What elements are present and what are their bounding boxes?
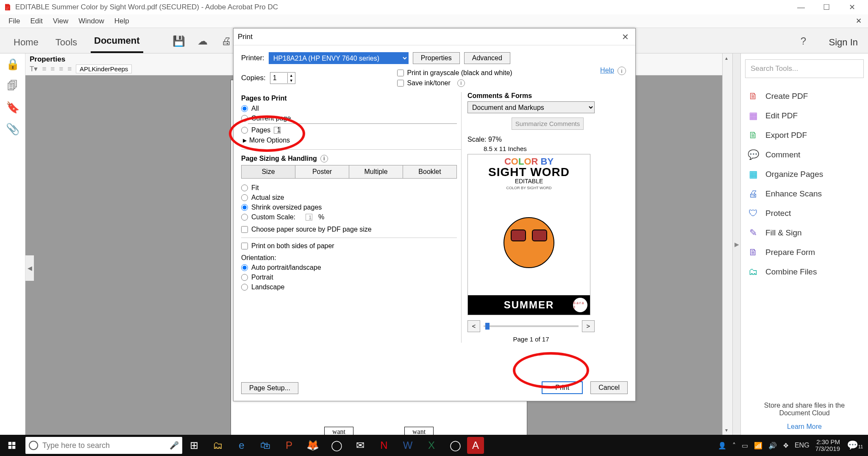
mic-icon[interactable]: 🎤 [170, 441, 179, 450]
save-ink-checkbox[interactable]: Save ink/toneri [397, 79, 512, 87]
text-tool-icon[interactable]: T▾ [30, 64, 38, 73]
right-panel-collapse[interactable]: ▶ [732, 53, 741, 435]
tab-home[interactable]: Home [10, 31, 42, 53]
vertical-scrollbar[interactable] [722, 53, 732, 435]
tab-tools[interactable]: Tools [52, 31, 81, 53]
sign-in-link[interactable]: Sign In [829, 37, 858, 48]
chrome-icon[interactable]: ◯ [325, 435, 348, 456]
page-setup-button[interactable]: Page Setup... [241, 382, 298, 394]
close-window-button[interactable]: ✕ [839, 0, 865, 14]
copies-up[interactable]: ▲ [287, 73, 295, 78]
printer-properties-button[interactable]: Properties [413, 52, 460, 64]
tool-export-pdf[interactable]: 🗎Export PDF [745, 126, 864, 144]
radio-fit[interactable]: Fit [241, 184, 457, 192]
radio-actual[interactable]: Actual size [241, 194, 457, 201]
align-right-icon[interactable]: ≡ [59, 65, 63, 73]
dialog-close-button[interactable]: ✕ [619, 32, 631, 42]
tool-edit-pdf[interactable]: ▦Edit PDF [745, 107, 864, 125]
maximize-button[interactable]: ☐ [814, 0, 839, 14]
tab-multiple[interactable]: Multiple [349, 165, 403, 179]
tray-chevron-up-icon[interactable]: ˄ [732, 442, 736, 450]
copies-stepper[interactable]: ▲▼ [270, 72, 295, 84]
learn-more-link[interactable]: Learn More [745, 423, 864, 431]
custom-scale-input[interactable] [306, 214, 312, 221]
preview-prev-button[interactable]: < [467, 320, 480, 332]
file-explorer-icon[interactable]: 🗂 [206, 435, 230, 456]
task-view-icon[interactable]: ⊞ [182, 435, 206, 456]
tab-booklet[interactable]: Booklet [403, 165, 457, 179]
language-indicator[interactable]: ENG [795, 442, 810, 449]
comments-forms-select[interactable]: Document and Markups [467, 101, 595, 113]
radio-portrait[interactable]: Portrait [241, 274, 457, 281]
align-center-icon[interactable]: ≡ [50, 65, 55, 73]
radio-shrink[interactable]: Shrink oversized pages [241, 204, 457, 211]
word-icon[interactable]: W [396, 435, 420, 456]
copies-down[interactable]: ▼ [287, 78, 295, 83]
store-icon[interactable]: 🛍 [253, 435, 277, 456]
minimize-button[interactable]: — [788, 0, 814, 14]
tool-prepare-form[interactable]: 🗎Prepare Form [745, 243, 864, 261]
help-link[interactable]: Help [600, 67, 614, 74]
radio-auto-orientation[interactable]: Auto portrait/landscape [241, 264, 457, 271]
printer-select[interactable]: HP18A21A (HP ENVY 7640 series) [269, 52, 409, 64]
print-icon[interactable]: 🖨 [220, 34, 233, 48]
summarize-comments-button[interactable]: Summarize Comments [512, 117, 584, 130]
volume-icon[interactable]: 🔊 [768, 442, 777, 450]
more-options-disclosure[interactable]: ▶More Options [243, 137, 457, 144]
printer-advanced-button[interactable]: Advanced [464, 52, 510, 64]
align-left-icon[interactable]: ≡ [42, 65, 46, 73]
edge-icon[interactable]: e [230, 435, 253, 456]
menu-edit[interactable]: Edit [25, 15, 47, 27]
both-sides-checkbox[interactable]: Print on both sides of paper [241, 242, 457, 250]
align-justify-icon[interactable]: ≡ [67, 65, 72, 73]
radio-all[interactable]: All [241, 105, 457, 112]
help-icon[interactable]: ? [797, 34, 810, 48]
action-center-icon[interactable]: 💬11 [846, 440, 864, 451]
tool-comment[interactable]: 💬Comment [745, 146, 864, 164]
radio-landscape[interactable]: Landscape [241, 283, 457, 291]
tool-organize-pages[interactable]: ▦Organize Pages [745, 165, 864, 183]
start-button[interactable] [0, 435, 24, 456]
lock-icon[interactable]: 🔒 [6, 58, 19, 71]
tool-combine-files[interactable]: 🗂Combine Files [745, 263, 864, 281]
radio-current[interactable]: Current page [241, 115, 457, 122]
excel-icon[interactable]: X [420, 435, 443, 456]
menu-window[interactable]: Window [73, 15, 109, 27]
help-info-icon[interactable]: i [618, 67, 626, 75]
cancel-button[interactable]: Cancel [590, 381, 628, 394]
taskbar-search[interactable]: 🎤 [25, 437, 182, 454]
tool-enhance-scans[interactable]: 🖨Enhance Scans [745, 185, 864, 203]
save-ink-info-icon[interactable]: i [457, 79, 465, 87]
cloud-upload-icon[interactable]: ☁ [196, 34, 209, 48]
tab-size[interactable]: Size [241, 165, 295, 179]
pages-thumb-icon[interactable]: 🗐 [7, 79, 18, 92]
sizing-info-icon[interactable]: i [320, 155, 328, 162]
grayscale-checkbox[interactable]: Print in grayscale (black and white) [397, 69, 512, 77]
preview-slider[interactable] [484, 325, 579, 327]
search-tools-input[interactable]: Search Tools... [745, 59, 864, 78]
dropbox-icon[interactable]: ❖ [783, 442, 789, 450]
tab-poster[interactable]: Poster [295, 165, 349, 179]
taskbar-clock[interactable]: 2:30 PM 7/3/2019 [815, 439, 840, 453]
choose-paper-checkbox[interactable]: Choose paper source by PDF page size [241, 226, 457, 233]
radio-pages[interactable]: Pages [241, 126, 457, 134]
pages-range-input[interactable] [274, 127, 281, 134]
powerpoint-icon[interactable]: P [277, 435, 301, 456]
tool-create-pdf[interactable]: 🗎Create PDF [745, 87, 864, 105]
firefox-icon[interactable]: 🦊 [301, 435, 325, 456]
battery-icon[interactable]: ▭ [742, 442, 748, 450]
prev-page-arrow[interactable]: ◀ [25, 255, 34, 281]
acrobat-task-icon[interactable]: A [467, 437, 484, 454]
tool-protect[interactable]: 🛡Protect [745, 204, 864, 222]
wifi-icon[interactable]: 📶 [754, 442, 762, 450]
menu-view[interactable]: View [48, 15, 74, 27]
tool-fill-sign[interactable]: ✎Fill & Sign [745, 224, 864, 242]
bookmark-icon[interactable]: 🔖 [6, 101, 19, 114]
close-document-button[interactable]: ✕ [853, 17, 865, 25]
menu-help[interactable]: Help [109, 15, 134, 27]
netflix-icon[interactable]: N [372, 435, 396, 456]
chrome2-icon[interactable]: ◯ [443, 435, 467, 456]
save-icon[interactable]: 💾 [172, 34, 186, 48]
font-name-chip[interactable]: APLKinderPeeps [76, 64, 132, 73]
preview-next-button[interactable]: > [582, 320, 595, 332]
